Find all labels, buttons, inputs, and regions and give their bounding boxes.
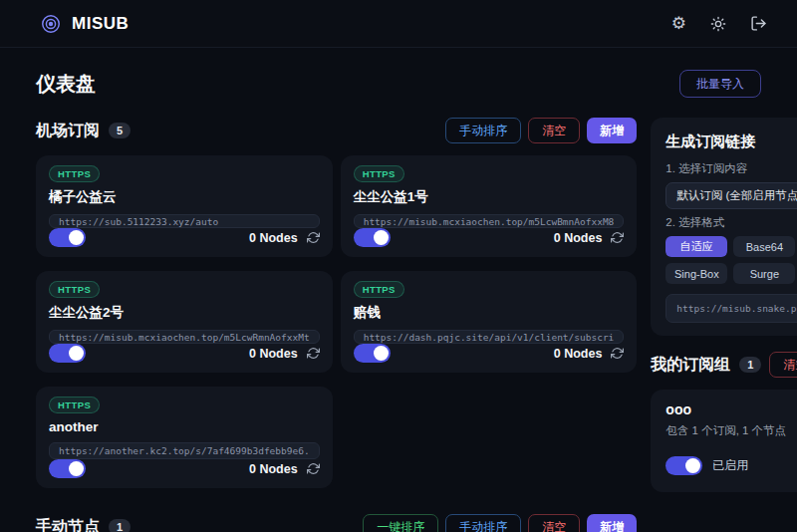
subscription-card: HTTPS 尘尘公益2号 https://misub.mcxiaochen.to… xyxy=(36,271,333,373)
settings-icon[interactable]: ⚙ xyxy=(671,15,686,32)
misub-logo-icon xyxy=(40,13,62,35)
group-card: ooo 包含 1 个订阅, 1 个节点 已启用 复制 xyxy=(651,390,797,492)
generator-column: 生成订阅链接 1. 选择订阅内容 默认订阅 (全部启用节点) 2. 选择格式 自… xyxy=(651,118,797,492)
theme-sun-icon[interactable] xyxy=(710,16,726,32)
batch-import-button[interactable]: 批量导入 xyxy=(679,70,761,98)
format-buttons: 自适应 Base64 Clash Sing-Box Surge Loon xyxy=(665,236,797,284)
subscription-name: 赔钱 xyxy=(354,304,625,322)
clear-groups-button[interactable]: 清空 xyxy=(769,352,797,378)
enable-toggle[interactable] xyxy=(354,228,391,247)
manual-sort-button[interactable]: 手动排序 xyxy=(445,118,521,143)
subscription-card: HTTPS another https://another.kc2.top/s/… xyxy=(36,387,333,488)
refresh-icon[interactable] xyxy=(307,231,320,244)
subscription-url-input[interactable]: https://another.kc2.top/s/7af4699b3dfebb… xyxy=(49,442,320,459)
refresh-icon[interactable] xyxy=(307,462,320,475)
step1-label: 1. 选择订阅内容 xyxy=(665,161,797,176)
protocol-badge: HTTPS xyxy=(49,397,100,413)
app-logo: MISUB xyxy=(40,13,129,35)
refresh-icon[interactable] xyxy=(611,347,624,360)
protocol-badge: HTTPS xyxy=(49,165,100,182)
generate-link-title: 生成订阅链接 xyxy=(665,133,797,151)
manual-nodes-section-title: 手动节点 xyxy=(36,517,100,532)
group-name: ooo xyxy=(665,401,797,417)
node-count: 0 Nodes xyxy=(249,347,298,361)
subscriptions-count-badge: 5 xyxy=(109,123,131,138)
clear-manual-nodes-button[interactable]: 清空 xyxy=(528,514,580,532)
subscription-name: another xyxy=(49,419,320,434)
select-value: 默认订阅 (全部启用节点) xyxy=(676,188,797,203)
generated-url-field[interactable]: https://misub.snake.pp.ua/ss xyxy=(665,294,797,323)
subscription-url-input[interactable]: https://sub.5112233.xyz/auto xyxy=(49,214,320,228)
format-button-base64[interactable]: Base64 xyxy=(733,236,795,257)
groups-count-badge: 1 xyxy=(739,357,761,373)
subscription-card: HTTPS 尘尘公益1号 https://misub.mcxiaochen.to… xyxy=(341,155,638,257)
page-title: 仪表盘 xyxy=(36,71,96,98)
enable-toggle[interactable] xyxy=(49,228,86,247)
format-button-singbox[interactable]: Sing-Box xyxy=(665,263,727,284)
logout-icon[interactable] xyxy=(750,15,767,32)
subscription-url-input[interactable]: https://dash.pqjc.site/api/v1/client/sub… xyxy=(354,330,625,344)
add-manual-node-button[interactable]: 新增 xyxy=(587,514,637,532)
node-count: 0 Nodes xyxy=(249,462,298,476)
top-bar: MISUB ⚙ xyxy=(0,0,797,48)
subscription-name: 尘尘公益1号 xyxy=(354,188,625,206)
group-enable-toggle[interactable] xyxy=(665,456,702,475)
manual-nodes-sort-button[interactable]: 手动排序 xyxy=(445,514,521,532)
subscriptions-column: 机场订阅 5 手动排序 清空 新增 HTTPS 橘子公益云 https://su… xyxy=(36,118,637,532)
manual-nodes-count-badge: 1 xyxy=(109,519,131,532)
group-enabled-label: 已启用 xyxy=(712,457,748,474)
group-summary: 包含 1 个订阅, 1 个节点 xyxy=(665,423,797,438)
subscription-name: 尘尘公益2号 xyxy=(49,304,320,322)
enable-toggle[interactable] xyxy=(49,344,86,363)
subscription-url-input[interactable]: https://misub.mcxiaochen.top/m5LcwBmnAof… xyxy=(354,214,625,228)
node-count: 0 Nodes xyxy=(249,231,298,245)
format-button-surge[interactable]: Surge xyxy=(733,263,795,284)
step2-label: 2. 选择格式 xyxy=(665,215,797,230)
protocol-badge: HTTPS xyxy=(49,281,100,298)
subscription-card: HTTPS 橘子公益云 https://sub.5112233.xyz/auto… xyxy=(36,155,333,257)
generate-link-panel: 生成订阅链接 1. 选择订阅内容 默认订阅 (全部启用节点) 2. 选择格式 自… xyxy=(651,118,797,336)
app-title: MISUB xyxy=(72,14,129,34)
node-count: 0 Nodes xyxy=(554,231,603,245)
generated-url-text: https://misub.snake.pp.ua/ss xyxy=(676,303,797,314)
groups-section-title: 我的订阅组 xyxy=(651,355,730,376)
format-button-adaptive[interactable]: 自适应 xyxy=(665,236,727,257)
subscription-cards-grid: HTTPS 橘子公益云 https://sub.5112233.xyz/auto… xyxy=(36,155,637,488)
subscription-name: 橘子公益云 xyxy=(49,188,320,206)
one-key-sort-button[interactable]: 一键排序 xyxy=(363,514,438,532)
protocol-badge: HTTPS xyxy=(354,165,404,182)
subscription-url-input[interactable]: https://misub.mcxiaochen.top/m5LcwRmnAof… xyxy=(49,330,320,344)
node-count: 0 Nodes xyxy=(554,347,603,361)
subscription-content-select[interactable]: 默认订阅 (全部启用节点) xyxy=(665,182,797,209)
enable-toggle[interactable] xyxy=(49,459,86,478)
subscriptions-section-title: 机场订阅 xyxy=(36,121,100,141)
protocol-badge: HTTPS xyxy=(354,281,404,298)
enable-toggle[interactable] xyxy=(354,344,391,363)
clear-subscriptions-button[interactable]: 清空 xyxy=(528,118,580,143)
refresh-icon[interactable] xyxy=(611,231,624,244)
refresh-icon[interactable] xyxy=(307,347,320,360)
subscription-card: HTTPS 赔钱 https://dash.pqjc.site/api/v1/c… xyxy=(341,271,638,373)
add-subscription-button[interactable]: 新增 xyxy=(587,118,637,143)
